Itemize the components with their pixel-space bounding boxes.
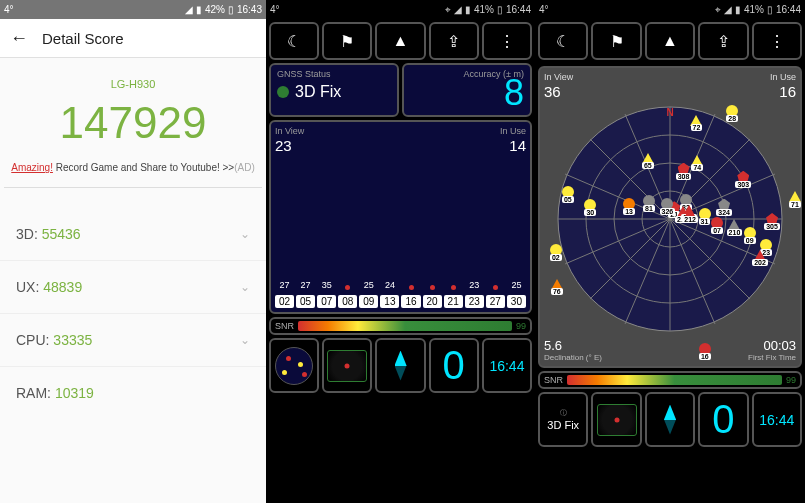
more-button[interactable]: ⋮ [752,22,802,60]
share-button[interactable]: ⇪ [698,22,748,60]
temp: 4° [270,4,280,15]
battery-icon: ▯ [767,4,773,15]
bottom-strip: ⓘ3D Fix 0 16:44 [535,392,805,450]
map-button[interactable] [322,338,372,393]
score-row-ux[interactable]: UX: 48839⌄ [0,261,266,314]
accuracy-card[interactable]: Accuracy (± m) 8 [402,63,532,117]
total-score: 147929 [0,98,266,148]
score-row-cpu[interactable]: CPU: 33335⌄ [0,314,266,367]
satellite-09: 09 [743,226,757,240]
page-title: Detail Score [42,30,124,47]
snr-chart-card[interactable]: In ViewIn Use 2314 27273525242325 020507… [269,120,532,314]
gnss-status-card[interactable]: GNSS Status 3D Fix [269,63,399,117]
satellite-30: 30 [583,198,597,212]
satellite-72: 72 [689,113,703,127]
time-value[interactable]: 16:44 [482,338,532,393]
status-bar: 4° ⌖◢▮41%▯16:44 [266,0,535,19]
ad-amazing: Amazing! [11,162,53,173]
satellite-65: 65 [641,151,655,165]
flag-button[interactable]: ⚑ [591,22,641,60]
declination-value: 5.6 [544,338,562,353]
score-rows: 3D: 55436⌄ UX: 48839⌄ CPU: 33335⌄ RAM: 1… [0,208,266,419]
fix-status-button[interactable]: ⓘ3D Fix [538,392,588,447]
satellite-202: 202 [753,248,767,262]
device-model: LG-H930 [0,78,266,90]
skyplot-pane: 4° ⌖◢▮41%▯16:44 ☾ ⚑ ▲ ⇪ ⋮ In ViewIn Use … [535,0,805,503]
benchmark-pane: 4° ◢ ▮ 42% ▯ 16:43 ← Detail Score LG-H93… [0,0,266,503]
clock: 16:43 [237,4,262,15]
inuse-value: 16 [779,83,796,100]
satellite-303: 303 [736,170,750,184]
status-icons: ◢ ▮ 42% ▯ 16:43 [185,4,262,15]
signal-icon: ▮ [735,4,741,15]
snr-legend: SNR 99 [538,371,802,389]
battery-icon: ▯ [497,4,503,15]
toolbar: ☾ ⚑ ▲ ⇪ ⋮ [266,19,535,63]
more-button[interactable]: ⋮ [482,22,532,60]
satellite-05: 05 [561,185,575,199]
speed-value[interactable]: 0 [698,392,748,447]
location-icon: ⌖ [715,4,721,16]
satellite-210: 210 [727,218,741,232]
satellite-212: 212 [683,205,697,219]
signal-icon: ▮ [196,4,202,15]
map-button[interactable] [591,392,641,447]
skyplot-card[interactable]: In ViewIn Use 3616 N 2182326812172132123… [538,66,802,368]
satellite-305: 305 [765,212,779,226]
ad-banner[interactable]: Amazing! Record Game and Share to Youtub… [4,162,262,188]
wifi-icon: ◢ [185,4,193,15]
snr-gradient [567,375,782,385]
snr-legend: SNR 99 [269,317,532,335]
ad-text: Record Game and Share to Youtube! >> [53,162,234,173]
north-button[interactable]: ▲ [645,22,695,60]
sky-plot: N 21823268121721321231071330865743242103… [555,104,785,334]
location-icon: ⌖ [445,4,451,16]
satellite-81: 81 [642,194,656,208]
time-value[interactable]: 16:44 [752,392,802,447]
satellite-28: 28 [725,104,739,118]
satellite-07: 07 [710,216,724,230]
accuracy-value: 8 [410,75,524,111]
satellite-74: 74 [690,153,704,167]
inuse-value: 14 [509,137,526,154]
bottom-strip: 0 16:44 [266,338,535,396]
inview-value: 36 [544,83,561,100]
gnss-label: GNSS Status [277,69,391,79]
header-bar: ← Detail Score [0,19,266,58]
sat-globe-button[interactable] [269,338,319,393]
chevron-down-icon: ⌄ [240,280,250,294]
satellite-02: 02 [549,243,563,257]
satellite-16: 16 [698,342,712,356]
back-icon[interactable]: ← [10,28,28,49]
battery-text: 42% [205,4,225,15]
satellite-308: 308 [677,162,691,176]
status-bar: 4° ⌖◢▮41%▯16:44 [535,0,805,19]
inview-value: 23 [275,137,292,154]
ad-tag: (AD) [234,162,255,173]
satellite-324: 324 [717,198,731,212]
speed-value[interactable]: 0 [429,338,479,393]
sky-grid: N [555,104,785,334]
score-row-3d[interactable]: 3D: 55436⌄ [0,208,266,261]
share-button[interactable]: ⇪ [429,22,479,60]
chevron-down-icon: ⌄ [240,333,250,347]
score-row-ram[interactable]: RAM: 10319 [0,367,266,419]
snr-xaxis: 020507080913162021232730 [275,295,526,308]
svg-text:N: N [666,107,673,118]
wifi-icon: ◢ [454,4,462,15]
night-mode-button[interactable]: ☾ [538,22,588,60]
snr-gradient [298,321,512,331]
battery-icon: ▯ [228,4,234,15]
north-button[interactable]: ▲ [375,22,425,60]
chevron-down-icon: ⌄ [240,227,250,241]
satellite-13: 13 [622,197,636,211]
fft-value: 00:03 [763,338,796,353]
compass-button[interactable] [645,392,695,447]
gnss-pane: 4° ⌖◢▮41%▯16:44 ☾ ⚑ ▲ ⇪ ⋮ GNSS Status 3D… [266,0,535,503]
wifi-icon: ◢ [724,4,732,15]
night-mode-button[interactable]: ☾ [269,22,319,60]
toolbar: ☾ ⚑ ▲ ⇪ ⋮ [535,19,805,63]
compass-button[interactable] [375,338,425,393]
signal-icon: ▮ [465,4,471,15]
flag-button[interactable]: ⚑ [322,22,372,60]
